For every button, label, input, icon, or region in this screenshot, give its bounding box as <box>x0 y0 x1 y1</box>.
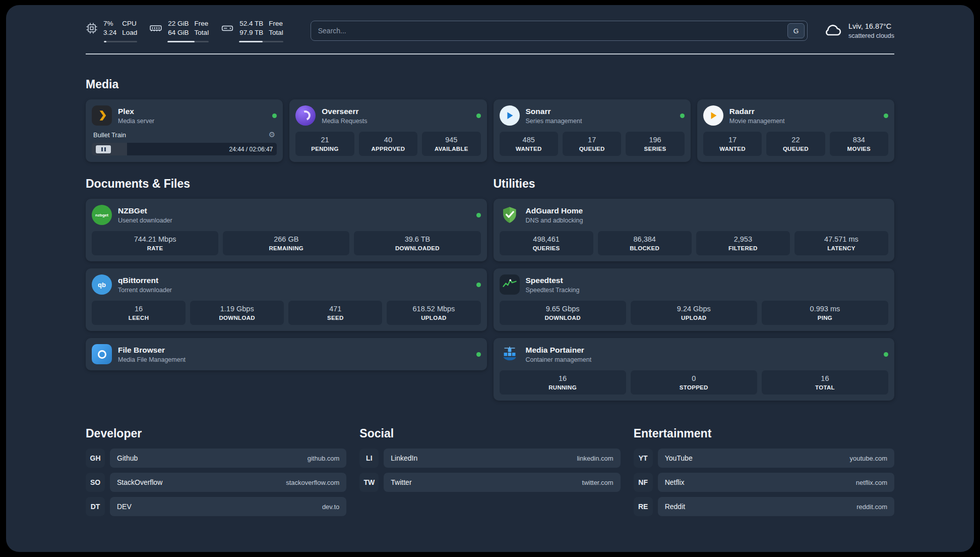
app-name: AdGuard Home <box>526 206 583 215</box>
bookmarks-area: Developer GH Github github.com SO StackO… <box>86 427 894 521</box>
media-grid: Plex Media server Bullet Train ⚙ 24:44 /… <box>86 99 894 162</box>
app-card-plex[interactable]: Plex Media server Bullet Train ⚙ 24:44 /… <box>86 99 283 162</box>
disk-total-value: 97.9 TB <box>239 28 263 37</box>
stat-tile: 196 SERIES <box>626 132 684 156</box>
app-card-qbittorrent[interactable]: qb qBittorrent Torrent downloader 16 LEE… <box>86 268 487 331</box>
bookmark-abbr: GH <box>86 449 105 468</box>
stat-tile: 86,384 BLOCKED <box>598 231 692 255</box>
stat-tile: 471 SEED <box>288 301 382 325</box>
bookmark-abbr: NF <box>634 473 653 492</box>
app-subtitle: Torrent downloader <box>118 287 172 294</box>
app-card-overseerr[interactable]: Overseerr Media Requests 21 PENDING 40 A… <box>289 99 486 162</box>
app-card-radarr[interactable]: Radarr Movie management 17 WANTED 22 QUE… <box>697 99 894 162</box>
playback-progress-bar[interactable]: 24:44 / 02:06:47 <box>92 143 277 155</box>
weather-widget: Lviv, 16.87°C scattered clouds <box>823 22 894 40</box>
status-dot <box>476 213 481 217</box>
bookmark-group-entertainment: Entertainment YT YouTube youtube.com NF … <box>634 427 894 521</box>
qbittorrent-icon: qb <box>92 274 112 295</box>
app-subtitle: Container management <box>526 356 592 363</box>
stat-tile: 834 MOVIES <box>830 132 888 156</box>
section-title-documents: Documents & Files <box>86 177 487 191</box>
bookmark-url: netflix.com <box>856 479 887 486</box>
search-engine-button[interactable]: G <box>787 23 805 38</box>
plex-icon <box>92 105 112 126</box>
cpu-load-value: 3.24 <box>103 28 116 37</box>
bookmark-group-social: Social LI LinkedIn linkedin.com TW Twitt… <box>359 427 620 521</box>
settings-gear-icon[interactable]: ⚙ <box>269 130 275 139</box>
stat-tile: 21 PENDING <box>295 132 354 156</box>
cpu-widget: 7% 3.24 CPU Load <box>86 19 137 42</box>
bookmark-url: twitter.com <box>582 479 614 486</box>
search-bar[interactable]: G <box>311 21 808 41</box>
bookmark-abbr: DT <box>86 497 105 516</box>
stat-tile: 17 QUEUED <box>563 132 621 156</box>
app-card-portainer[interactable]: Media Portainer Container management 16 … <box>494 338 895 401</box>
app-name: Plex <box>118 107 154 116</box>
app-subtitle: Usenet downloader <box>118 217 172 224</box>
ram-widget: 22 GiB 64 GiB Free Total <box>149 19 209 42</box>
bookmark-abbr: RE <box>634 497 653 516</box>
status-dot <box>476 352 481 357</box>
bookmark-linkedin[interactable]: LI LinkedIn linkedin.com <box>359 449 620 468</box>
status-dot <box>476 114 481 118</box>
app-card-sonarr[interactable]: Sonarr Series management 485 WANTED 17 Q… <box>494 99 691 162</box>
disk-free-value: 52.4 TB <box>239 19 263 28</box>
playback-time: 24:44 / 02:06:47 <box>229 146 273 153</box>
ram-free-value: 22 GiB <box>168 19 189 28</box>
utilities-column: Utilities AdGuard Home DNS and adblockin… <box>494 162 895 408</box>
search-input[interactable] <box>318 27 787 35</box>
app-card-nzbget[interactable]: nzbget NZBGet Usenet downloader 744.21 M… <box>86 199 487 261</box>
status-dot <box>476 283 481 287</box>
app-subtitle: Speedtest Tracking <box>526 287 580 294</box>
stat-tile: 47.571 ms LATENCY <box>794 231 888 255</box>
bookmark-github[interactable]: GH Github github.com <box>86 449 346 468</box>
stat-tile: 1.19 Gbps DOWNLOAD <box>190 301 284 325</box>
ram-progress-bar <box>167 41 209 42</box>
bookmark-url: stackoverflow.com <box>286 479 339 486</box>
stat-tile: 40 APPROVED <box>359 132 417 156</box>
app-name: File Browser <box>118 346 186 355</box>
bookmark-name: Twitter <box>391 478 411 486</box>
app-subtitle: Media File Management <box>118 356 186 363</box>
stat-tile: 498,461 QUERIES <box>500 231 593 255</box>
bookmark-abbr: YT <box>634 449 653 468</box>
app-name: NZBGet <box>118 206 172 215</box>
app-card-speedtest[interactable]: Speedtest Speedtest Tracking 9.65 Gbps D… <box>494 268 895 331</box>
stat-tile: 9.65 Gbps DOWNLOAD <box>500 301 626 325</box>
plex-now-playing: Bullet Train ⚙ 24:44 / 02:06:47 <box>92 130 277 155</box>
bookmark-stackoverflow[interactable]: SO StackOverflow stackoverflow.com <box>86 473 346 492</box>
adguard-shield-icon <box>500 205 520 225</box>
app-card-adguard[interactable]: AdGuard Home DNS and adblocking 498,461 … <box>494 199 895 261</box>
overseerr-icon <box>295 105 316 126</box>
bookmark-url: linkedin.com <box>577 455 613 462</box>
section-title-entertainment: Entertainment <box>634 427 894 440</box>
bookmark-twitter[interactable]: TW Twitter twitter.com <box>359 473 620 492</box>
bookmark-url: reddit.com <box>856 503 887 511</box>
header-divider <box>86 53 894 54</box>
status-dot <box>680 114 685 118</box>
bookmark-youtube[interactable]: YT YouTube youtube.com <box>634 449 894 468</box>
cpu-progress-bar <box>104 41 137 42</box>
bookmark-reddit[interactable]: RE Reddit reddit.com <box>634 497 894 516</box>
section-title-social: Social <box>359 427 620 440</box>
dashboard-frame: 7% 3.24 CPU Load <box>6 5 974 552</box>
bookmark-name: LinkedIn <box>391 454 417 462</box>
sonarr-icon <box>500 105 520 126</box>
bookmark-url: dev.to <box>322 503 339 511</box>
app-subtitle: Series management <box>526 118 582 125</box>
section-title-developer: Developer <box>86 427 346 440</box>
bookmark-name: DEV <box>117 503 132 511</box>
cpu-label-top: CPU <box>122 19 137 28</box>
bookmark-name: Reddit <box>665 503 685 511</box>
cloud-icon <box>823 22 843 39</box>
bookmark-name: StackOverflow <box>117 478 162 486</box>
app-name: Speedtest <box>526 276 580 285</box>
bookmark-dev[interactable]: DT DEV dev.to <box>86 497 346 516</box>
pause-button[interactable] <box>96 145 111 153</box>
bookmark-netflix[interactable]: NF Netflix netflix.com <box>634 473 894 492</box>
weather-location: Lviv, 16.87°C <box>848 22 894 32</box>
app-name: Overseerr <box>322 107 367 116</box>
app-card-filebrowser[interactable]: File Browser Media File Management <box>86 338 487 370</box>
disk-widget: 52.4 TB 97.9 TB Free Total <box>221 19 283 42</box>
stat-tile: 22 QUEUED <box>766 132 825 156</box>
